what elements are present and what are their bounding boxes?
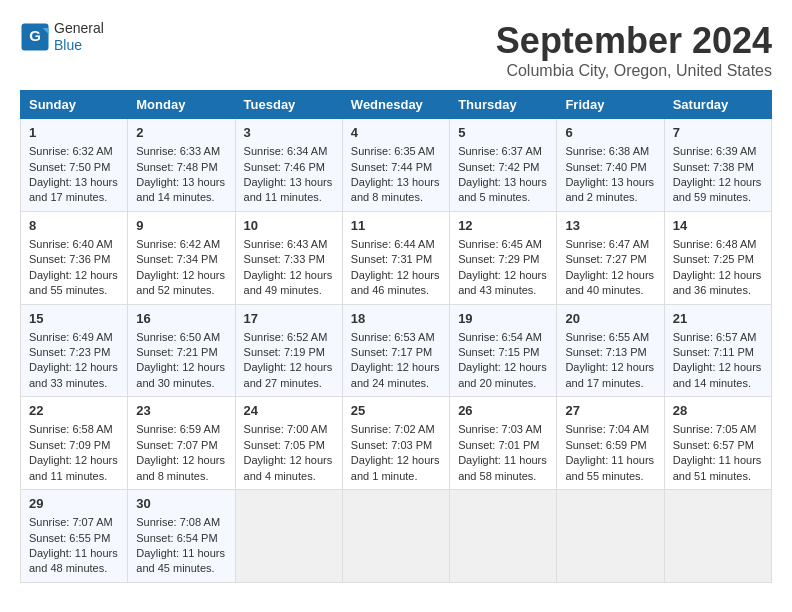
page-header: G General Blue September 2024 Columbia C… bbox=[20, 20, 772, 80]
daylight-label: Daylight: 12 hours and 40 minutes. bbox=[565, 269, 654, 296]
sunset-label: Sunset: 7:25 PM bbox=[673, 253, 754, 265]
sunrise-label: Sunrise: 7:04 AM bbox=[565, 423, 649, 435]
sunset-label: Sunset: 7:40 PM bbox=[565, 161, 646, 173]
calendar-table: Sunday Monday Tuesday Wednesday Thursday… bbox=[20, 90, 772, 583]
day-number: 9 bbox=[136, 217, 226, 235]
table-row: 29 Sunrise: 7:07 AM Sunset: 6:55 PM Dayl… bbox=[21, 490, 128, 583]
sunrise-label: Sunrise: 6:45 AM bbox=[458, 238, 542, 250]
sunrise-label: Sunrise: 6:44 AM bbox=[351, 238, 435, 250]
daylight-label: Daylight: 12 hours and 8 minutes. bbox=[136, 454, 225, 481]
day-number: 5 bbox=[458, 124, 548, 142]
header-sunday: Sunday bbox=[21, 91, 128, 119]
logo-text: General Blue bbox=[54, 20, 104, 54]
empty-cell bbox=[450, 490, 557, 583]
day-number: 30 bbox=[136, 495, 226, 513]
daylight-label: Daylight: 11 hours and 51 minutes. bbox=[673, 454, 762, 481]
logo-icon: G bbox=[20, 22, 50, 52]
sunrise-label: Sunrise: 6:59 AM bbox=[136, 423, 220, 435]
day-number: 26 bbox=[458, 402, 548, 420]
daylight-label: Daylight: 12 hours and 55 minutes. bbox=[29, 269, 118, 296]
daylight-label: Daylight: 12 hours and 33 minutes. bbox=[29, 361, 118, 388]
table-row: 23 Sunrise: 6:59 AM Sunset: 7:07 PM Dayl… bbox=[128, 397, 235, 490]
daylight-label: Daylight: 12 hours and 43 minutes. bbox=[458, 269, 547, 296]
daylight-label: Daylight: 12 hours and 27 minutes. bbox=[244, 361, 333, 388]
sunrise-label: Sunrise: 6:40 AM bbox=[29, 238, 113, 250]
sunrise-label: Sunrise: 6:39 AM bbox=[673, 145, 757, 157]
sunset-label: Sunset: 7:33 PM bbox=[244, 253, 325, 265]
sunrise-label: Sunrise: 6:53 AM bbox=[351, 331, 435, 343]
day-number: 2 bbox=[136, 124, 226, 142]
sunrise-label: Sunrise: 6:34 AM bbox=[244, 145, 328, 157]
sunrise-label: Sunrise: 7:05 AM bbox=[673, 423, 757, 435]
sunrise-label: Sunrise: 6:42 AM bbox=[136, 238, 220, 250]
daylight-label: Daylight: 13 hours and 11 minutes. bbox=[244, 176, 333, 203]
week-row-3: 15 Sunrise: 6:49 AM Sunset: 7:23 PM Dayl… bbox=[21, 304, 772, 397]
daylight-label: Daylight: 12 hours and 17 minutes. bbox=[565, 361, 654, 388]
table-row: 16 Sunrise: 6:50 AM Sunset: 7:21 PM Dayl… bbox=[128, 304, 235, 397]
sunset-label: Sunset: 7:31 PM bbox=[351, 253, 432, 265]
table-row: 14 Sunrise: 6:48 AM Sunset: 7:25 PM Dayl… bbox=[664, 211, 771, 304]
sunrise-label: Sunrise: 6:48 AM bbox=[673, 238, 757, 250]
sunrise-label: Sunrise: 6:38 AM bbox=[565, 145, 649, 157]
daylight-label: Daylight: 13 hours and 2 minutes. bbox=[565, 176, 654, 203]
sunset-label: Sunset: 7:48 PM bbox=[136, 161, 217, 173]
sunrise-label: Sunrise: 6:57 AM bbox=[673, 331, 757, 343]
daylight-label: Daylight: 11 hours and 48 minutes. bbox=[29, 547, 118, 574]
sunset-label: Sunset: 6:57 PM bbox=[673, 439, 754, 451]
daylight-label: Daylight: 12 hours and 46 minutes. bbox=[351, 269, 440, 296]
daylight-label: Daylight: 11 hours and 58 minutes. bbox=[458, 454, 547, 481]
empty-cell bbox=[342, 490, 449, 583]
sunset-label: Sunset: 7:27 PM bbox=[565, 253, 646, 265]
sunset-label: Sunset: 7:19 PM bbox=[244, 346, 325, 358]
week-row-1: 1 Sunrise: 6:32 AM Sunset: 7:50 PM Dayli… bbox=[21, 119, 772, 212]
sunrise-label: Sunrise: 6:35 AM bbox=[351, 145, 435, 157]
daylight-label: Daylight: 12 hours and 4 minutes. bbox=[244, 454, 333, 481]
day-number: 18 bbox=[351, 310, 441, 328]
day-number: 28 bbox=[673, 402, 763, 420]
week-row-2: 8 Sunrise: 6:40 AM Sunset: 7:36 PM Dayli… bbox=[21, 211, 772, 304]
day-number: 20 bbox=[565, 310, 655, 328]
table-row: 27 Sunrise: 7:04 AM Sunset: 6:59 PM Dayl… bbox=[557, 397, 664, 490]
day-number: 1 bbox=[29, 124, 119, 142]
daylight-label: Daylight: 12 hours and 59 minutes. bbox=[673, 176, 762, 203]
sunrise-label: Sunrise: 6:33 AM bbox=[136, 145, 220, 157]
day-number: 10 bbox=[244, 217, 334, 235]
daylight-label: Daylight: 12 hours and 49 minutes. bbox=[244, 269, 333, 296]
sunrise-label: Sunrise: 6:37 AM bbox=[458, 145, 542, 157]
table-row: 10 Sunrise: 6:43 AM Sunset: 7:33 PM Dayl… bbox=[235, 211, 342, 304]
day-number: 23 bbox=[136, 402, 226, 420]
daylight-label: Daylight: 12 hours and 36 minutes. bbox=[673, 269, 762, 296]
sunset-label: Sunset: 7:17 PM bbox=[351, 346, 432, 358]
sunset-label: Sunset: 7:36 PM bbox=[29, 253, 110, 265]
day-number: 14 bbox=[673, 217, 763, 235]
sunset-label: Sunset: 6:54 PM bbox=[136, 532, 217, 544]
day-number: 15 bbox=[29, 310, 119, 328]
sunset-label: Sunset: 7:05 PM bbox=[244, 439, 325, 451]
day-number: 4 bbox=[351, 124, 441, 142]
table-row: 9 Sunrise: 6:42 AM Sunset: 7:34 PM Dayli… bbox=[128, 211, 235, 304]
day-number: 27 bbox=[565, 402, 655, 420]
sunrise-label: Sunrise: 6:50 AM bbox=[136, 331, 220, 343]
day-number: 19 bbox=[458, 310, 548, 328]
daylight-label: Daylight: 11 hours and 55 minutes. bbox=[565, 454, 654, 481]
table-row: 4 Sunrise: 6:35 AM Sunset: 7:44 PM Dayli… bbox=[342, 119, 449, 212]
header-friday: Friday bbox=[557, 91, 664, 119]
sunset-label: Sunset: 7:29 PM bbox=[458, 253, 539, 265]
table-row: 20 Sunrise: 6:55 AM Sunset: 7:13 PM Dayl… bbox=[557, 304, 664, 397]
logo-general: General bbox=[54, 20, 104, 37]
sunset-label: Sunset: 7:38 PM bbox=[673, 161, 754, 173]
table-row: 28 Sunrise: 7:05 AM Sunset: 6:57 PM Dayl… bbox=[664, 397, 771, 490]
sunrise-label: Sunrise: 6:58 AM bbox=[29, 423, 113, 435]
svg-text:G: G bbox=[29, 27, 41, 44]
daylight-label: Daylight: 12 hours and 52 minutes. bbox=[136, 269, 225, 296]
daylight-label: Daylight: 12 hours and 1 minute. bbox=[351, 454, 440, 481]
sunset-label: Sunset: 7:01 PM bbox=[458, 439, 539, 451]
sunrise-label: Sunrise: 7:02 AM bbox=[351, 423, 435, 435]
table-row: 15 Sunrise: 6:49 AM Sunset: 7:23 PM Dayl… bbox=[21, 304, 128, 397]
daylight-label: Daylight: 12 hours and 30 minutes. bbox=[136, 361, 225, 388]
sunset-label: Sunset: 7:11 PM bbox=[673, 346, 754, 358]
table-row: 5 Sunrise: 6:37 AM Sunset: 7:42 PM Dayli… bbox=[450, 119, 557, 212]
table-row: 13 Sunrise: 6:47 AM Sunset: 7:27 PM Dayl… bbox=[557, 211, 664, 304]
logo-blue: Blue bbox=[54, 37, 104, 54]
day-number: 17 bbox=[244, 310, 334, 328]
